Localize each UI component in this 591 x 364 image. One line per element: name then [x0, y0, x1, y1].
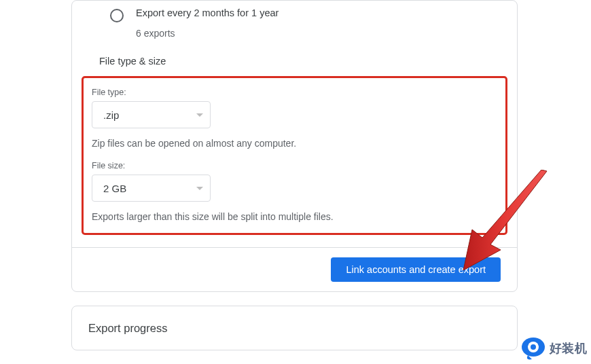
radio-text-group: Export every 2 months for 1 year 6 expor… [136, 7, 279, 39]
radio-unchecked-icon [110, 9, 124, 22]
export-settings-card: Export every 2 months for 1 year 6 expor… [71, 0, 518, 292]
file-type-select[interactable]: .zip [92, 101, 211, 128]
export-progress-card[interactable]: Export progress [71, 306, 518, 350]
export-progress-title: Export progress [88, 322, 167, 335]
file-type-size-header: File type & size [72, 39, 517, 73]
radio-option-label: Export every 2 months for 1 year [136, 7, 279, 18]
link-accounts-create-export-button[interactable]: Link accounts and create export [331, 257, 501, 282]
chevron-down-icon [196, 113, 203, 117]
file-type-value: .zip [103, 109, 119, 121]
file-type-label: File type: [92, 88, 497, 97]
file-size-label: File size: [92, 161, 497, 170]
file-size-value: 2 GB [103, 183, 126, 194]
export-frequency-option[interactable]: Export every 2 months for 1 year 6 expor… [72, 1, 517, 39]
file-type-hint: Zip files can be opened on almost any co… [92, 138, 497, 149]
file-settings-highlight-box: File type: .zip Zip files can be opened … [82, 76, 507, 235]
file-size-select[interactable]: 2 GB [92, 175, 211, 202]
radio-option-sublabel: 6 exports [136, 28, 279, 39]
chevron-down-icon [196, 187, 203, 190]
watermark-text: 好装机 [550, 340, 588, 357]
svg-point-2 [531, 344, 536, 350]
watermark: 好装机 [520, 335, 588, 362]
action-button-row: Link accounts and create export [72, 247, 517, 291]
watermark-logo-icon [520, 335, 547, 362]
file-size-hint: Exports larger than this size will be sp… [92, 211, 497, 222]
